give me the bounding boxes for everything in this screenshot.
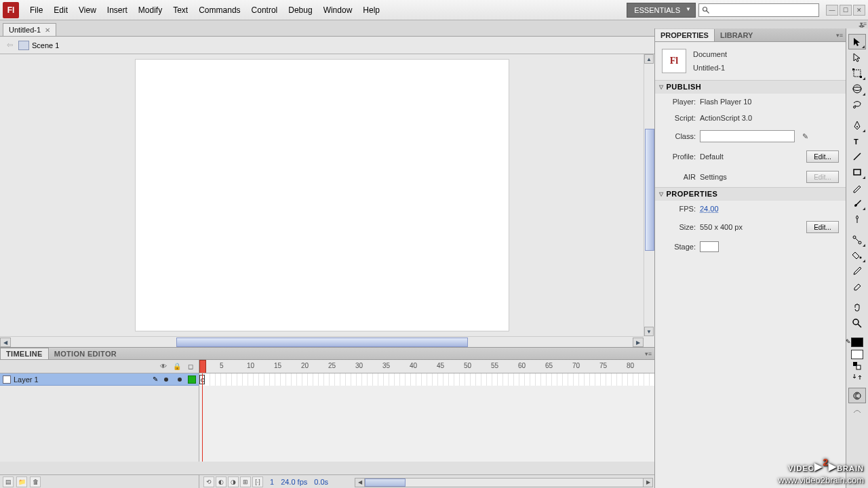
edit-size-button[interactable]: Edit...	[806, 221, 839, 233]
timeline-ruler[interactable]: 5 10 15 20 25 30 35 40 45 50 55 60 65 70…	[199, 360, 654, 373]
tab-properties[interactable]: PROPERTIES	[655, 29, 715, 41]
tab-library[interactable]: LIBRARY	[715, 29, 758, 41]
document-tab[interactable]: Untitled-1 ✕	[3, 23, 56, 36]
svg-point-15	[860, 256, 862, 258]
swap-colors-button[interactable]	[848, 371, 866, 382]
properties-tabs: PROPERTIES LIBRARY ▾≡	[655, 28, 846, 42]
window-minimize[interactable]: —	[826, 5, 838, 16]
scroll-right-arrow[interactable]: ▶	[633, 338, 644, 347]
stage-color-swatch[interactable]	[700, 241, 719, 252]
menu-debug[interactable]: Debug	[283, 3, 317, 18]
rectangle-tool[interactable]	[848, 164, 866, 180]
search-box[interactable]	[698, 3, 819, 17]
svg-line-10	[854, 153, 861, 160]
hand-tool[interactable]	[848, 300, 866, 315]
snap-to-objects-button[interactable]	[848, 388, 866, 403]
edit-air-button[interactable]: Edit...	[806, 171, 839, 183]
menu-view[interactable]: View	[73, 3, 102, 18]
menu-modify[interactable]: Modify	[133, 3, 167, 18]
scroll-left-arrow[interactable]: ◀	[355, 479, 365, 487]
timeline-tabs: TIMELINE MOTION EDITOR ▾≡	[0, 348, 654, 360]
svg-point-7	[854, 106, 856, 108]
svg-rect-4	[860, 76, 862, 78]
timeline-panel-menu-icon[interactable]: ▾≡	[645, 350, 652, 357]
scroll-up-arrow[interactable]: ▲	[644, 54, 654, 64]
pencil-tool[interactable]	[848, 180, 866, 195]
paint-bucket-tool[interactable]	[848, 247, 866, 263]
layer-outline-swatch[interactable]	[188, 375, 196, 384]
menu-text[interactable]: Text	[167, 3, 193, 18]
3d-rotation-tool[interactable]	[848, 81, 866, 96]
menu-commands[interactable]: Commands	[193, 3, 245, 18]
tab-motion-editor[interactable]: MOTION EDITOR	[49, 348, 122, 359]
onion-skin-outlines-button[interactable]: ◑	[228, 476, 239, 487]
scroll-down-arrow[interactable]: ▼	[644, 327, 654, 336]
menu-insert[interactable]: Insert	[102, 3, 133, 18]
edit-multiple-frames-button[interactable]: ⊞	[240, 476, 251, 487]
eraser-tool[interactable]	[848, 279, 866, 294]
line-tool[interactable]	[848, 148, 866, 164]
playhead[interactable]	[199, 360, 206, 373]
free-transform-tool[interactable]	[848, 65, 866, 81]
air-value: Settings	[700, 173, 727, 181]
workspace-dropdown[interactable]: ESSENTIALS	[627, 3, 696, 18]
new-folder-button[interactable]: 📁	[16, 476, 27, 487]
subselection-tool[interactable]	[848, 49, 866, 65]
search-input[interactable]	[713, 6, 816, 14]
visibility-icon[interactable]: 👁	[159, 363, 167, 371]
layer-name[interactable]: Layer 1	[14, 375, 150, 384]
stage-canvas[interactable]	[136, 60, 509, 331]
pen-tool[interactable]	[848, 117, 866, 133]
publish-section-header[interactable]: ▽ PUBLISH	[655, 80, 846, 94]
scroll-right-arrow[interactable]: ▶	[643, 479, 652, 487]
fill-color-swatch[interactable]	[851, 350, 863, 359]
window-close[interactable]: ✕	[853, 5, 865, 16]
onion-skin-button[interactable]: ◐	[216, 476, 226, 487]
bone-tool[interactable]	[848, 232, 866, 247]
script-value: ActionScript 3.0	[700, 114, 752, 122]
layer-lock-dot[interactable]	[178, 378, 182, 382]
menu-edit[interactable]: Edit	[48, 3, 73, 18]
scroll-thumb[interactable]	[365, 479, 406, 487]
outline-icon[interactable]: ◻	[186, 363, 195, 371]
close-icon[interactable]: ✕	[45, 26, 50, 34]
delete-layer-button[interactable]: 🗑	[30, 476, 41, 487]
tab-timeline[interactable]: TIMELINE	[0, 348, 49, 359]
new-layer-button[interactable]: ▤	[3, 476, 14, 487]
horizontal-scroll-thumb[interactable]	[176, 338, 468, 347]
tools-panel-menu-icon[interactable]: ▾≡	[860, 20, 867, 27]
vertical-scroll-thumb[interactable]	[645, 129, 654, 251]
center-frame-button[interactable]: ⟲	[203, 476, 214, 487]
stroke-color-swatch[interactable]: ✎	[851, 338, 863, 347]
properties-section-header[interactable]: ▽ PROPERTIES	[655, 187, 846, 201]
brush-tool[interactable]	[848, 195, 866, 211]
text-tool[interactable]: T	[848, 133, 866, 148]
horizontal-scrollbar[interactable]: ◀ ▶	[0, 336, 644, 347]
selection-tool[interactable]	[848, 34, 866, 49]
ruler-tick: 40	[410, 362, 417, 369]
menu-window[interactable]: Window	[318, 3, 358, 18]
properties-panel-menu-icon[interactable]: ▾≡	[836, 32, 843, 39]
edit-class-icon[interactable]: ✎	[799, 130, 811, 142]
elapsed-time: 0.0s	[314, 478, 328, 486]
edit-profile-button[interactable]: Edit...	[806, 150, 839, 163]
timeline-frames[interactable]	[199, 373, 654, 462]
menu-help[interactable]: Help	[357, 3, 385, 18]
zoom-tool[interactable]	[848, 315, 866, 331]
eyedropper-tool[interactable]	[848, 263, 866, 279]
timeline-layer-row[interactable]: Layer 1 ✎	[0, 373, 199, 386]
class-input[interactable]	[700, 130, 795, 142]
layer-visibility-dot[interactable]	[164, 378, 168, 382]
window-maximize[interactable]: ☐	[840, 5, 852, 16]
modify-markers-button[interactable]: [·]	[252, 476, 263, 487]
timeline-frames-scrollbar[interactable]: ◀ ▶	[355, 478, 653, 487]
black-and-white-button[interactable]	[848, 361, 866, 371]
scroll-left-arrow[interactable]: ◀	[0, 338, 11, 347]
deco-tool[interactable]	[848, 211, 866, 226]
lock-icon[interactable]: 🔒	[173, 363, 181, 371]
vertical-scrollbar[interactable]: ▲ ▼	[644, 54, 654, 336]
menu-control[interactable]: Control	[246, 3, 283, 18]
lasso-tool[interactable]	[848, 96, 866, 112]
menu-file[interactable]: File	[24, 3, 48, 18]
fps-value[interactable]: 24.00	[700, 205, 719, 213]
